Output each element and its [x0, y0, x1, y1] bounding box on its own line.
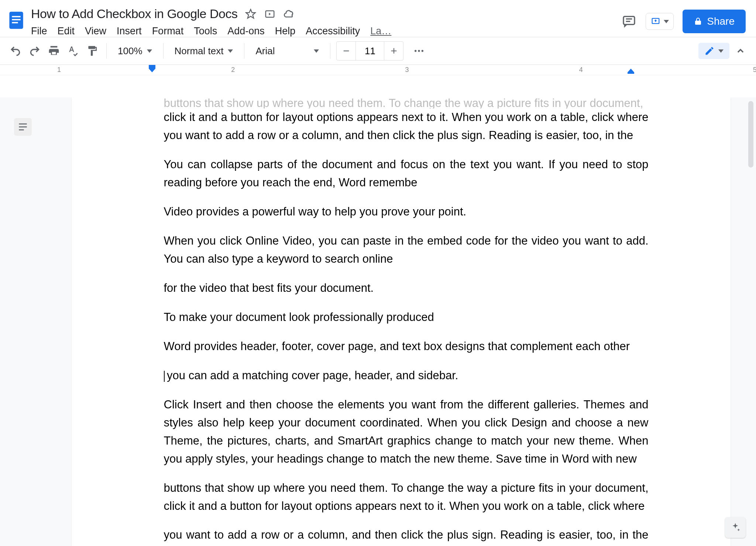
menu-insert[interactable]: Insert: [117, 25, 142, 37]
document-title[interactable]: How to Add Checkbox in Google Docs: [31, 7, 237, 21]
menu-format[interactable]: Format: [152, 25, 184, 37]
svg-marker-14: [628, 69, 634, 74]
menu-file[interactable]: File: [31, 25, 47, 37]
chevron-down-icon: [314, 49, 319, 53]
font-value: Arial: [255, 45, 275, 57]
redo-icon[interactable]: [27, 43, 43, 59]
editing-mode-button[interactable]: [698, 43, 729, 59]
star-icon[interactable]: [245, 8, 257, 20]
svg-rect-3: [12, 22, 18, 24]
ruler-num-5: 5: [753, 66, 756, 74]
svg-point-10: [415, 50, 416, 52]
font-dropdown[interactable]: Arial: [250, 45, 324, 57]
zoom-dropdown[interactable]: 100%: [113, 45, 157, 57]
font-size-value[interactable]: 11: [356, 42, 384, 60]
undo-icon[interactable]: [7, 43, 24, 59]
present-button[interactable]: [646, 13, 674, 30]
chevron-down-icon: [228, 49, 233, 53]
menu-last-edit[interactable]: La…: [370, 25, 391, 37]
title-area: How to Add Checkbox in Google Docs File …: [28, 4, 621, 37]
ruler-num-2: 2: [231, 66, 235, 74]
svg-rect-6: [623, 17, 635, 25]
menu-addons[interactable]: Add-ons: [227, 25, 265, 37]
menu-view[interactable]: View: [85, 25, 106, 37]
comments-icon[interactable]: [621, 14, 637, 29]
svg-marker-4: [246, 9, 255, 18]
share-button[interactable]: Share: [683, 10, 746, 33]
collapse-toolbar-icon[interactable]: [732, 43, 749, 59]
spellcheck-icon[interactable]: [65, 43, 81, 59]
header-right: Share: [621, 4, 749, 33]
ruler[interactable]: 1 2 3 4 5 6: [0, 65, 756, 75]
menu-bar: File Edit View Insert Format Tools Add-o…: [31, 21, 621, 37]
svg-point-12: [422, 50, 423, 52]
zoom-value: 100%: [118, 45, 142, 57]
ruler-num-4: 4: [579, 66, 583, 74]
menu-edit[interactable]: Edit: [58, 25, 75, 37]
menu-accessibility[interactable]: Accessibility: [306, 25, 360, 37]
indent-marker-left[interactable]: [149, 65, 155, 75]
cloud-icon[interactable]: [283, 8, 295, 20]
docs-logo[interactable]: [4, 4, 28, 36]
toolbar: 100% Normal text Arial − 11 +: [0, 37, 756, 65]
menu-tools[interactable]: Tools: [194, 25, 217, 37]
header-bar: How to Add Checkbox in Google Docs File …: [0, 0, 756, 37]
chevron-down-icon: [147, 49, 152, 53]
chevron-down-icon: [664, 20, 669, 23]
ruler-num-1: 1: [57, 66, 61, 74]
increase-font-button[interactable]: +: [384, 42, 403, 60]
svg-point-11: [418, 50, 420, 52]
decrease-font-button[interactable]: −: [337, 42, 356, 60]
font-size-stepper: − 11 +: [336, 41, 403, 61]
indent-marker-right[interactable]: [628, 68, 634, 75]
style-value: Normal text: [175, 45, 224, 57]
svg-rect-2: [12, 19, 20, 21]
menu-help[interactable]: Help: [275, 25, 296, 37]
chevron-down-icon: [718, 49, 724, 53]
move-icon[interactable]: [264, 8, 276, 20]
more-icon[interactable]: [411, 43, 427, 59]
print-icon[interactable]: [46, 43, 62, 59]
share-label: Share: [707, 15, 735, 27]
svg-rect-1: [12, 16, 20, 17]
ruler-num-3: 3: [405, 66, 409, 74]
style-dropdown[interactable]: Normal text: [169, 45, 238, 57]
svg-marker-13: [149, 65, 155, 72]
format-paint-icon[interactable]: [84, 43, 100, 59]
